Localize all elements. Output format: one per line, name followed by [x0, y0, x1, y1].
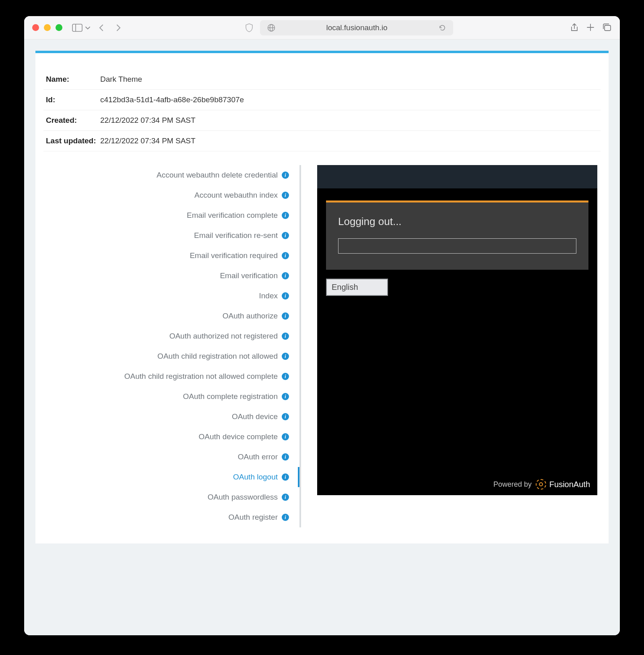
language-select[interactable]: English — [326, 279, 388, 296]
info-icon[interactable]: i — [282, 373, 289, 380]
nav-back-button[interactable] — [95, 22, 107, 34]
preview-pane: Logging out... English Powered by — [317, 165, 601, 527]
meta-label: Created: — [46, 116, 100, 125]
template-item-label: Index — [259, 291, 278, 300]
meta-value-created: 22/12/2022 07:34 PM SAST — [100, 116, 196, 125]
reload-button[interactable] — [439, 24, 446, 31]
shield-icon — [245, 23, 253, 32]
template-item[interactable]: Account webauthn delete credentiali — [43, 165, 296, 185]
template-item-label: Email verification — [220, 271, 278, 280]
template-item-label: OAuth logout — [233, 473, 278, 481]
globe-icon — [267, 24, 275, 32]
preview-progress-bar — [338, 238, 576, 254]
language-select-value: English — [332, 283, 358, 292]
template-item[interactable]: Email verification requiredi — [43, 246, 296, 266]
template-item[interactable]: Email verification re-senti — [43, 225, 296, 246]
maximize-window-button[interactable] — [56, 24, 62, 31]
preview-app-header — [317, 165, 597, 188]
plus-icon — [586, 23, 595, 32]
url-text: local.fusionauth.io — [279, 23, 435, 32]
info-icon[interactable]: i — [282, 413, 289, 420]
info-icon[interactable]: i — [282, 333, 289, 340]
info-icon[interactable]: i — [282, 312, 289, 320]
svg-rect-0 — [72, 24, 82, 31]
template-item[interactable]: OAuth registeri — [43, 507, 296, 527]
meta-label: Id: — [46, 95, 100, 104]
template-item[interactable]: OAuth authorized not registeredi — [43, 326, 296, 346]
template-item[interactable]: Email verification completei — [43, 205, 296, 225]
fusionauth-logo: FusionAuth — [536, 479, 590, 490]
template-item[interactable]: OAuth passwordlessi — [43, 487, 296, 507]
preview-card: Logging out... — [326, 200, 588, 270]
info-icon[interactable]: i — [282, 353, 289, 360]
info-icon[interactable]: i — [282, 494, 289, 501]
template-item[interactable]: OAuth child registration not allowedi — [43, 346, 296, 366]
info-icon[interactable]: i — [282, 212, 289, 219]
page-content: Name: Dark Theme Id: c412bd3a-51d1-4afb-… — [24, 39, 620, 635]
share-button[interactable] — [570, 23, 579, 33]
template-item-label: OAuth complete registration — [183, 392, 278, 401]
minimize-window-button[interactable] — [44, 24, 51, 31]
info-icon[interactable]: i — [282, 252, 289, 259]
info-icon[interactable]: i — [282, 433, 289, 440]
close-window-button[interactable] — [32, 24, 39, 31]
template-item-label: Account webauthn index — [194, 191, 278, 200]
template-item[interactable]: OAuth errori — [43, 447, 296, 467]
meta-value-updated: 22/12/2022 07:34 PM SAST — [100, 136, 196, 145]
chevron-left-icon — [98, 24, 105, 32]
template-item[interactable]: OAuth devicei — [43, 407, 296, 427]
template-item[interactable]: Account webauthn indexi — [43, 185, 296, 205]
info-icon[interactable]: i — [282, 171, 289, 179]
template-item-label: OAuth child registration not allowed com… — [124, 372, 278, 381]
privacy-shield-button[interactable] — [243, 23, 255, 32]
browser-titlebar: local.fusionauth.io — [24, 16, 620, 39]
editor-split: Account webauthn delete credentialiAccou… — [43, 165, 601, 527]
meta-row-created: Created: 22/12/2022 07:34 PM SAST — [43, 110, 601, 131]
preview-heading: Logging out... — [338, 215, 576, 228]
info-icon[interactable]: i — [282, 232, 289, 239]
template-item[interactable]: OAuth complete registrationi — [43, 386, 296, 407]
template-item-label: OAuth device complete — [199, 432, 278, 441]
tabs-overview-button[interactable] — [602, 23, 612, 33]
template-item[interactable]: Indexi — [43, 286, 296, 306]
template-item-label: Email verification required — [190, 251, 278, 260]
info-icon[interactable]: i — [282, 272, 289, 279]
fusionauth-logo-text: FusionAuth — [549, 480, 590, 489]
template-list[interactable]: Account webauthn delete credentialiAccou… — [43, 165, 301, 527]
meta-row-updated: Last updated: 22/12/2022 07:34 PM SAST — [43, 131, 601, 151]
info-icon[interactable]: i — [282, 393, 289, 400]
reload-icon — [439, 24, 446, 31]
info-icon[interactable]: i — [282, 292, 289, 300]
preview-footer: Powered by FusionAuth — [493, 479, 590, 490]
info-icon[interactable]: i — [282, 473, 289, 481]
template-item-label: OAuth register — [229, 513, 278, 522]
info-icon[interactable]: i — [282, 514, 289, 521]
theme-preview: Logging out... English Powered by — [317, 165, 597, 495]
nav-forward-button[interactable] — [112, 22, 124, 34]
meta-value-id: c412bd3a-51d1-4afb-a68e-26be9b87307e — [100, 95, 244, 104]
template-item-label: Account webauthn delete credential — [157, 171, 278, 180]
template-item[interactable]: OAuth device completei — [43, 427, 296, 447]
template-item-label: OAuth authorized not registered — [169, 332, 278, 341]
template-item-label: OAuth passwordless — [208, 493, 278, 502]
template-item-label: OAuth error — [238, 453, 278, 461]
window-controls — [32, 24, 62, 31]
template-item[interactable]: OAuth child registration not allowed com… — [43, 366, 296, 386]
chevron-right-icon — [115, 24, 122, 32]
fusionauth-logo-icon — [536, 479, 546, 490]
powered-by-label: Powered by — [493, 480, 532, 489]
browser-window: local.fusionauth.io Name: Dark Theme — [24, 16, 620, 635]
template-item[interactable]: OAuth logouti — [43, 467, 299, 487]
sidebar-toggle[interactable] — [72, 24, 91, 32]
tabs-icon — [602, 23, 612, 32]
info-icon[interactable]: i — [282, 453, 289, 461]
template-item-label: Email verification re-sent — [194, 231, 278, 240]
new-tab-button[interactable] — [586, 23, 595, 33]
template-item[interactable]: Email verificationi — [43, 266, 296, 286]
info-icon[interactable]: i — [282, 192, 289, 199]
template-item-label: OAuth authorize — [223, 312, 278, 320]
url-bar[interactable]: local.fusionauth.io — [260, 20, 453, 35]
theme-panel: Name: Dark Theme Id: c412bd3a-51d1-4afb-… — [35, 51, 609, 543]
template-item[interactable]: OAuth authorizei — [43, 306, 296, 326]
template-item-label: OAuth device — [232, 412, 278, 421]
